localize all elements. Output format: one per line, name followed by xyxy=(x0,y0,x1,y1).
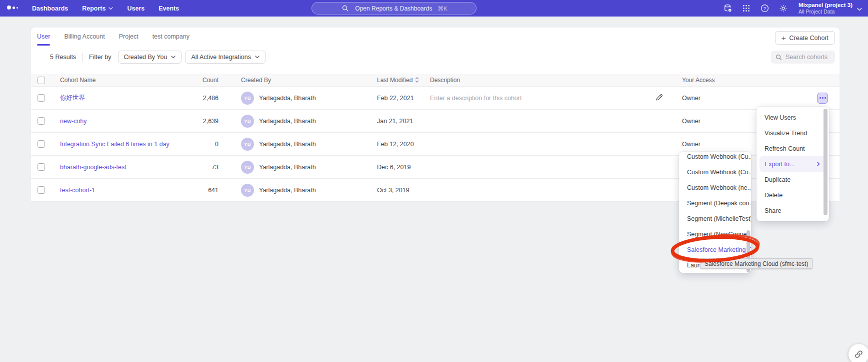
access-level: Owner xyxy=(682,118,700,125)
cohort-count: 73 xyxy=(181,164,218,171)
submenu-item[interactable]: Segment (NewConnec... xyxy=(679,226,751,242)
search-icon xyxy=(776,54,782,61)
help-icon[interactable]: ? xyxy=(760,4,769,13)
created-by-name: Yarlagadda, Bharath xyxy=(259,164,316,171)
nav-item[interactable]: Users xyxy=(127,5,144,12)
col-header-your-access: Your Access xyxy=(682,77,840,84)
mixpanel-logo[interactable] xyxy=(7,6,18,11)
menu-item[interactable]: Duplicate xyxy=(756,172,829,187)
menu-scrollbar[interactable] xyxy=(824,109,828,215)
link-icon xyxy=(854,349,864,359)
row-checkbox[interactable] xyxy=(38,117,45,125)
tab[interactable]: User xyxy=(37,28,50,46)
submenu-item[interactable]: Segment (Deepak con... xyxy=(679,195,751,211)
search-shortcut: ⌘K xyxy=(438,5,447,12)
results-count: 5 Results xyxy=(50,54,76,61)
submenu-item[interactable]: Segment (MichelleTest) xyxy=(679,211,751,226)
avatar: YB xyxy=(241,138,254,151)
cohort-name-link[interactable]: 你好世界 xyxy=(60,94,85,101)
create-cohort-button[interactable]: + Create Cohort xyxy=(775,31,835,45)
menu-item[interactable]: Refresh Count xyxy=(756,141,829,156)
avatar: YB xyxy=(241,115,254,128)
submenu-item[interactable]: Salesforce Marketing C... xyxy=(679,242,751,257)
access-level: Owner xyxy=(682,141,700,148)
description-placeholder[interactable]: Enter a description for this cohort xyxy=(430,95,522,102)
project-switcher[interactable]: Mixpanel (project 3) All Project Data xyxy=(798,2,862,15)
last-modified-date: Feb 12, 2020 xyxy=(377,141,430,148)
sort-icon xyxy=(415,77,419,84)
project-scope: All Project Data xyxy=(798,9,852,15)
created-by-name: Yarlagadda, Bharath xyxy=(259,118,316,125)
cohort-name-link[interactable]: Integration Sync Failed 6 times in 1 day xyxy=(60,141,170,148)
menu-item[interactable]: Export to... xyxy=(760,156,826,172)
export-to-submenu: Custom Webhook (Cu... Custom Webhook (Co… xyxy=(679,152,751,273)
search-cohorts-placeholder: Search cohorts xyxy=(786,54,828,61)
global-search-bar[interactable]: Open Reports & Dashboards ⌘K xyxy=(312,2,476,15)
cohorts-toolbar: 5 Results Filter by Created By You All A… xyxy=(31,46,840,69)
cohort-table-row: 你好世界 2,486 YB Yarlagadda, Bharath Feb 22… xyxy=(31,87,840,110)
menu-item[interactable]: Delete xyxy=(756,187,829,203)
submenu-item[interactable]: Custom Webhook (Co... xyxy=(679,164,751,180)
cohort-name-link[interactable]: bharath-google-ads-test xyxy=(60,164,126,171)
last-modified-date: Dec 6, 2019 xyxy=(377,164,430,171)
menu-item[interactable]: View Users xyxy=(756,110,829,125)
integrations-filter-dropdown[interactable]: All Active Integrations xyxy=(185,51,266,64)
submenu-item[interactable]: Custom Webhook (ne... xyxy=(679,180,751,195)
col-header-description: Description xyxy=(430,77,655,84)
tab[interactable]: Project xyxy=(119,28,138,46)
avatar: YB xyxy=(241,161,254,174)
nav-item[interactable]: Events xyxy=(158,5,179,12)
plus-icon: + xyxy=(782,34,786,42)
avatar: YB xyxy=(241,184,254,197)
col-header-count: Count xyxy=(181,77,218,84)
select-all-checkbox[interactable] xyxy=(38,77,45,84)
filter-by-label: Filter by xyxy=(89,54,111,61)
col-header-created-by: Created By xyxy=(218,77,377,84)
chevron-down-icon xyxy=(171,56,176,59)
svg-text:?: ? xyxy=(764,6,766,11)
cohort-name-link[interactable]: test-cohort-1 xyxy=(60,187,95,194)
apps-grid-icon[interactable] xyxy=(742,4,750,13)
last-modified-date: Oct 3, 2019 xyxy=(377,187,430,194)
created-by-filter-dropdown[interactable]: Created By You xyxy=(118,51,182,64)
row-checkbox[interactable] xyxy=(38,140,45,148)
last-modified-date: Jan 21, 2021 xyxy=(377,118,430,125)
access-level: Owner xyxy=(682,95,700,102)
project-name: Mixpanel (project 3) xyxy=(798,2,852,9)
search-cohorts-input[interactable]: Search cohorts xyxy=(771,51,835,64)
col-header-last-modified[interactable]: Last Modified xyxy=(377,77,430,84)
edit-description-pencil-icon[interactable] xyxy=(655,96,664,103)
tab[interactable]: Billing Account xyxy=(64,28,104,46)
col-header-cohort-name: Cohort Name xyxy=(54,77,181,84)
cohort-count: 2,486 xyxy=(181,95,218,102)
tab[interactable]: test company xyxy=(152,28,190,46)
cohort-count: 0 xyxy=(181,141,218,148)
chevron-down-icon xyxy=(255,56,260,59)
chevron-down-icon xyxy=(857,4,862,13)
divider xyxy=(82,53,82,62)
created-by-name: Yarlagadda, Bharath xyxy=(259,141,316,148)
cohort-count: 641 xyxy=(181,187,218,194)
row-checkbox[interactable] xyxy=(38,186,45,194)
table-header: Cohort Name Count Created By Last Modifi… xyxy=(31,74,840,87)
submenu-item[interactable]: Custom Webhook (Cu... xyxy=(679,152,751,164)
share-link-fab[interactable] xyxy=(848,344,868,362)
settings-gear-icon[interactable] xyxy=(778,4,788,13)
menu-item[interactable]: Visualize Trend xyxy=(756,125,829,141)
created-by-name: Yarlagadda, Bharath xyxy=(259,95,316,102)
menu-item[interactable]: Share xyxy=(756,203,829,218)
row-checkbox[interactable] xyxy=(38,94,45,102)
row-actions-button[interactable] xyxy=(817,93,828,104)
data-management-icon[interactable] xyxy=(723,4,732,13)
chevron-down-icon xyxy=(108,7,113,10)
nav-item[interactable]: Dashboards xyxy=(32,5,68,12)
last-modified-date: Feb 22, 2021 xyxy=(377,95,430,102)
integration-tooltip: Salesforce Marketing Cloud (sfmc-test) xyxy=(700,258,812,269)
search-icon xyxy=(340,4,350,13)
row-actions-menu: View Users Visualize Trend Refresh Count… xyxy=(756,107,829,221)
avatar: YB xyxy=(241,92,254,105)
cohort-name-link[interactable]: new-cohy xyxy=(60,118,87,125)
global-search-placeholder: Open Reports & Dashboards xyxy=(355,5,432,12)
row-checkbox[interactable] xyxy=(38,163,45,171)
nav-item[interactable]: Reports xyxy=(82,5,113,12)
